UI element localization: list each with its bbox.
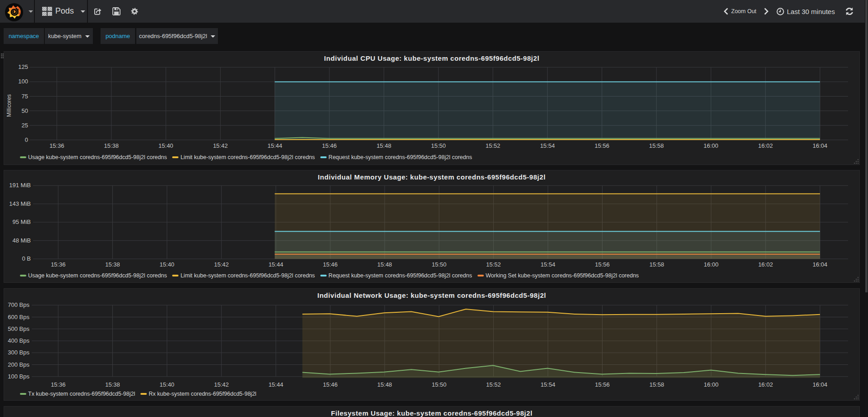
svg-text:15:36: 15:36 [51,381,66,388]
svg-text:15:54: 15:54 [540,381,555,388]
svg-text:16:00: 16:00 [704,381,719,388]
svg-text:Millicores: Millicores [6,94,12,117]
svg-text:15:52: 15:52 [486,142,501,149]
svg-text:15:46: 15:46 [323,261,338,268]
svg-text:15:38: 15:38 [105,381,120,388]
svg-text:200 Bps: 200 Bps [8,361,29,368]
svg-text:15:48: 15:48 [377,381,392,388]
svg-text:15:54: 15:54 [540,142,555,149]
svg-text:95 MiB: 95 MiB [13,218,31,225]
svg-text:15:40: 15:40 [159,142,174,149]
svg-text:16:02: 16:02 [758,261,773,268]
svg-text:15:56: 15:56 [594,142,609,149]
svg-text:15:48: 15:48 [376,142,391,149]
svg-text:15:56: 15:56 [595,261,610,268]
svg-text:48 MiB: 48 MiB [13,237,31,244]
svg-text:15:48: 15:48 [377,261,392,268]
svg-text:15:50: 15:50 [432,381,447,388]
svg-text:15:54: 15:54 [540,261,555,268]
svg-text:25: 25 [22,122,28,129]
svg-text:75: 75 [22,93,28,100]
svg-text:15:58: 15:58 [649,142,664,149]
svg-text:400 Bps: 400 Bps [8,337,29,344]
svg-text:16:04: 16:04 [813,142,828,149]
svg-text:15:56: 15:56 [595,381,610,388]
svg-text:15:44: 15:44 [269,381,284,388]
svg-text:15:46: 15:46 [322,142,337,149]
svg-text:16:00: 16:00 [704,261,719,268]
svg-text:15:44: 15:44 [267,142,282,149]
svg-text:15:40: 15:40 [159,381,174,388]
svg-text:0: 0 [25,136,28,143]
svg-text:50: 50 [22,107,28,114]
svg-text:191 MiB: 191 MiB [9,182,31,189]
svg-text:16:02: 16:02 [758,142,773,149]
svg-text:16:04: 16:04 [813,381,828,388]
svg-text:16:02: 16:02 [758,381,773,388]
svg-text:100: 100 [18,78,28,85]
svg-text:16:04: 16:04 [813,261,828,268]
svg-text:15:42: 15:42 [214,381,229,388]
svg-text:15:58: 15:58 [649,261,664,268]
svg-text:15:36: 15:36 [49,142,64,149]
svg-text:500 Bps: 500 Bps [8,325,29,332]
svg-text:15:38: 15:38 [104,142,119,149]
svg-text:15:50: 15:50 [431,142,446,149]
svg-text:700 Bps: 700 Bps [8,301,29,308]
svg-text:16:00: 16:00 [704,142,719,149]
svg-text:15:52: 15:52 [486,381,501,388]
svg-text:15:50: 15:50 [432,261,447,268]
svg-text:125: 125 [18,63,28,70]
svg-text:15:46: 15:46 [323,381,338,388]
svg-text:15:38: 15:38 [105,261,120,268]
svg-text:15:42: 15:42 [214,261,229,268]
svg-text:15:42: 15:42 [213,142,228,149]
svg-text:100 Bps: 100 Bps [8,373,29,380]
svg-text:600 Bps: 600 Bps [8,314,29,320]
svg-text:15:36: 15:36 [51,261,66,268]
svg-text:0 B: 0 B [22,255,31,262]
svg-text:300 Bps: 300 Bps [8,349,29,356]
svg-text:15:44: 15:44 [269,261,284,268]
svg-text:143 MiB: 143 MiB [9,200,31,207]
svg-text:15:58: 15:58 [649,381,664,388]
svg-text:15:40: 15:40 [159,261,174,268]
svg-text:15:52: 15:52 [486,261,501,268]
